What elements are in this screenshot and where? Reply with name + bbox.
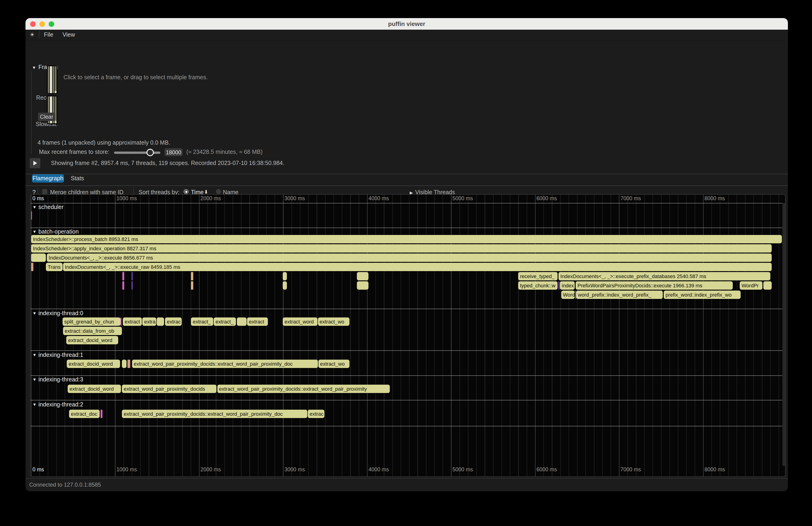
scope-bar[interactable]: extra bbox=[142, 318, 156, 326]
menu-view[interactable]: View bbox=[58, 31, 80, 38]
frame-bar[interactable] bbox=[48, 66, 49, 93]
tab-stats[interactable]: Stats bbox=[70, 174, 85, 182]
scope-bar[interactable]: extract::data_from_ob bbox=[63, 327, 122, 335]
thread-group-separator bbox=[31, 203, 785, 203]
scope-bar[interactable]: PrefixWordPairsProximityDocids::execute … bbox=[576, 281, 733, 290]
scope-bar[interactable] bbox=[127, 360, 130, 368]
separator bbox=[26, 478, 788, 479]
scope-bar[interactable]: extract_wo bbox=[318, 360, 349, 368]
scope-bar[interactable] bbox=[31, 263, 33, 271]
scope-bar[interactable] bbox=[357, 281, 368, 290]
scope-bar[interactable] bbox=[31, 211, 32, 220]
scope-bar[interactable] bbox=[132, 281, 133, 290]
scope-bar[interactable]: IndexDocuments<_, _>::execute_raw 8459.1… bbox=[63, 263, 772, 271]
zoom-window-button[interactable] bbox=[49, 21, 54, 27]
play-button[interactable] bbox=[30, 158, 40, 168]
scope-bar[interactable] bbox=[122, 360, 126, 368]
axis-tick-label: 3000 ms bbox=[285, 467, 305, 472]
frames-hint: Click to select a frame, or drag to sele… bbox=[63, 74, 208, 81]
scope-bar[interactable]: split_grenad_by_chun bbox=[62, 318, 120, 326]
scope-bar[interactable]: extract_doc bbox=[69, 410, 100, 418]
scope-bar[interactable]: extrac bbox=[308, 410, 324, 418]
scope-bar[interactable] bbox=[132, 272, 133, 280]
sort-by-time-radio[interactable] bbox=[184, 189, 189, 194]
scope-bar[interactable]: extract_docid_word bbox=[66, 336, 118, 344]
scope-bar[interactable]: extract_wo bbox=[318, 318, 349, 326]
scope-bar[interactable]: extract_ bbox=[214, 318, 236, 326]
scope-bar[interactable]: extract_word_pair_proximity_docids::extr… bbox=[132, 360, 318, 368]
theme-toggle-sun-icon[interactable]: ☀ bbox=[26, 31, 39, 38]
thread-group-separator bbox=[31, 228, 785, 228]
scope-bar[interactable]: typed_chunk::w bbox=[518, 281, 557, 290]
menu-bar: ☀ File View bbox=[26, 30, 788, 40]
frames-usage-text: 4 frames (1 unpacked) using approximatel… bbox=[38, 140, 170, 146]
sort-by-name-radio[interactable] bbox=[216, 189, 221, 194]
thread-group-header-indexing-thread:0[interactable]: ▼indexing-thread:0 bbox=[32, 310, 83, 317]
scope-bar[interactable]: extract_word_pair_proximity_docids::extr… bbox=[122, 410, 307, 418]
recent-frames-thumbnail[interactable] bbox=[47, 65, 57, 94]
scope-bar[interactable]: prefix_word::index_prefix_wo bbox=[664, 291, 741, 299]
scope-bar[interactable]: IndexDocuments<_, _>::execute 8656.677 m… bbox=[47, 253, 772, 262]
tab-flamegraph[interactable]: Flamegraph bbox=[32, 174, 64, 182]
thread-group-header-indexing-thread:1[interactable]: ▼indexing-thread:1 bbox=[32, 352, 83, 358]
max-frames-value[interactable]: 18000 bbox=[164, 148, 183, 156]
thread-group-separator bbox=[31, 309, 785, 309]
menu-file[interactable]: File bbox=[39, 31, 58, 38]
scope-bar[interactable]: IndexDocuments<_, _>::execute_prefix_dat… bbox=[559, 272, 770, 280]
scope-bar[interactable] bbox=[283, 272, 287, 280]
traffic-lights bbox=[30, 21, 54, 27]
axis-tick-label: 7000 ms bbox=[621, 195, 641, 201]
scope-bar[interactable]: extract_docid_word bbox=[67, 360, 120, 368]
thread-group-header-indexing-thread:3[interactable]: ▼indexing-thread:3 bbox=[32, 376, 83, 383]
clear-frames-button[interactable]: Clear bbox=[38, 113, 55, 121]
scope-bar[interactable]: extrac bbox=[165, 318, 182, 326]
scope-bar[interactable]: IndexScheduler>::process_batch 8953.821 … bbox=[31, 235, 782, 243]
thread-group-header-batch-operation[interactable]: ▼batch-operation bbox=[32, 229, 79, 235]
showing-frame-text: Showing frame #2, 8957.4 ms, 7 threads, … bbox=[51, 160, 284, 166]
separator bbox=[26, 174, 788, 174]
frame-bar[interactable] bbox=[53, 66, 54, 93]
frame-bar[interactable] bbox=[55, 66, 57, 93]
scope-bar[interactable] bbox=[558, 281, 559, 290]
scope-bar[interactable]: extract_word_pair_proximity_docids bbox=[122, 385, 216, 393]
axis-tick-label: 2000 ms bbox=[201, 467, 221, 472]
scope-bar[interactable] bbox=[283, 281, 287, 290]
scope-bar[interactable]: index bbox=[560, 281, 575, 290]
frame-bar-selected[interactable] bbox=[50, 66, 52, 93]
scope-bar[interactable]: extract_word_pair_proximity_docids::extr… bbox=[217, 385, 390, 393]
scope-bar[interactable] bbox=[191, 272, 193, 280]
scope-bar[interactable] bbox=[157, 318, 164, 326]
close-window-button[interactable] bbox=[30, 21, 36, 27]
scope-bar[interactable]: extract_word bbox=[283, 318, 317, 326]
scope-bar[interactable] bbox=[191, 281, 193, 290]
scope-bar[interactable]: receive_typed_ bbox=[518, 272, 557, 280]
scope-bar[interactable]: word_prefix::index_word_prefix_ bbox=[576, 291, 663, 299]
scope-bar[interactable] bbox=[122, 272, 124, 280]
scope-bar[interactable]: extract_ bbox=[191, 318, 213, 326]
scope-bar[interactable]: extract bbox=[123, 318, 142, 326]
minimize-window-button[interactable] bbox=[39, 21, 45, 27]
flamegraph-panel[interactable]: 0 ms1000 ms2000 ms3000 ms4000 ms5000 ms6… bbox=[30, 194, 786, 477]
max-frames-slider-knob[interactable] bbox=[146, 149, 154, 156]
scope-bar[interactable]: extract_docid_word bbox=[68, 385, 121, 393]
scope-bar[interactable]: Word bbox=[561, 291, 575, 299]
scope-bar[interactable] bbox=[31, 253, 46, 262]
thread-group-header-indexing-thread:2[interactable]: ▼indexing-thread:2 bbox=[32, 401, 83, 408]
window-title: puffin viewer bbox=[388, 20, 425, 27]
thread-group-separator bbox=[31, 375, 785, 376]
scope-bar[interactable] bbox=[236, 318, 247, 326]
scope-bar[interactable]: Trans bbox=[46, 263, 62, 271]
scope-bar[interactable]: WordPr bbox=[740, 281, 763, 290]
scope-bar[interactable] bbox=[122, 281, 124, 290]
merge-children-checkbox[interactable] bbox=[42, 189, 47, 194]
scope-bar[interactable] bbox=[575, 291, 576, 299]
scope-bar[interactable] bbox=[120, 318, 121, 326]
scope-bar[interactable]: extract bbox=[247, 318, 268, 326]
scope-bar[interactable] bbox=[357, 272, 368, 280]
thread-group-header-scheduler[interactable]: ▼scheduler bbox=[32, 204, 63, 210]
scope-bar[interactable] bbox=[101, 410, 102, 418]
app-root: puffin viewer ☀ File View ▼Frames Click … bbox=[0, 0, 812, 526]
scope-bar[interactable] bbox=[763, 281, 771, 290]
scope-bar[interactable]: IndexScheduler>::apply_index_operation 8… bbox=[31, 244, 771, 252]
axis-tick-label: 4000 ms bbox=[368, 195, 389, 201]
